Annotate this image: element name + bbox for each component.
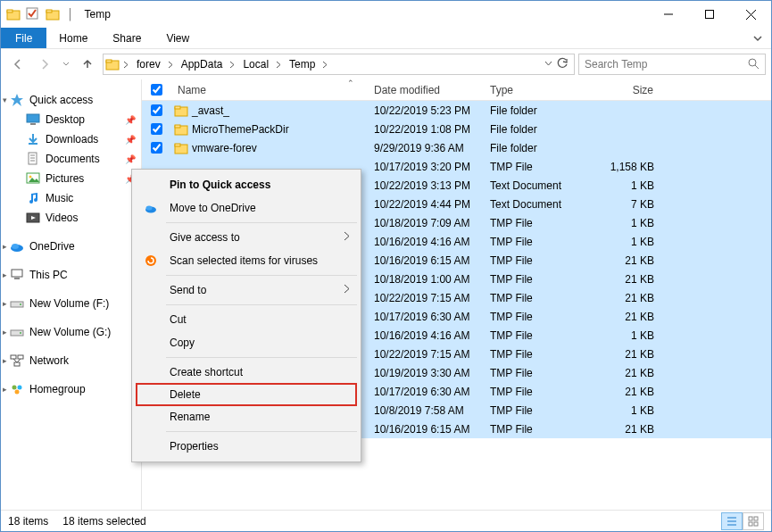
column-name[interactable]: Name: [174, 84, 374, 96]
file-size: 1 KB: [590, 217, 665, 229]
row-checkbox[interactable]: [151, 104, 174, 116]
menu-item-rename[interactable]: Rename: [134, 405, 359, 428]
home-tab[interactable]: Home: [46, 28, 100, 48]
downloads-icon: [26, 132, 40, 146]
nav-item-label: Music: [46, 192, 73, 204]
minimize-button[interactable]: [648, 1, 689, 28]
chevron-right-icon[interactable]: [274, 58, 284, 71]
menu-item-move-to-onedrive[interactable]: Move to OneDrive: [134, 196, 359, 220]
address-bar[interactable]: forev AppData Local Temp: [103, 54, 575, 75]
file-date: 10/22/2019 7:15 AM: [374, 292, 490, 304]
svg-point-22: [29, 176, 32, 179]
nav-item-label: Homegroup: [29, 383, 86, 395]
search-placeholder: Search Temp: [585, 58, 747, 71]
file-row[interactable]: MicroThemePackDir10/22/2019 1:08 PMFile …: [142, 120, 771, 138]
menu-separator: [166, 357, 357, 358]
file-row[interactable]: _avast_10/22/2019 5:23 PMFile folder: [142, 101, 771, 120]
nav-item-homegroup[interactable]: ▸Homegroup: [1, 379, 141, 399]
share-tab[interactable]: Share: [100, 28, 154, 48]
qat-dropdown-icon[interactable]: │: [67, 8, 74, 21]
nav-item-pictures[interactable]: Pictures📌: [1, 169, 141, 188]
svg-rect-14: [27, 114, 39, 122]
file-row[interactable]: vmware-forev9/29/2019 9:36 AMFile folder: [142, 138, 771, 157]
column-date[interactable]: Date modified: [374, 84, 490, 96]
column-size[interactable]: Size: [590, 84, 665, 96]
svg-rect-58: [754, 522, 758, 526]
nav-item-music[interactable]: Music: [1, 188, 141, 208]
select-all-checkbox[interactable]: [151, 84, 174, 96]
navigation-pane: ▾ Quick access Desktop📌Downloads📌Documen…: [1, 79, 142, 510]
svg-marker-13: [11, 94, 23, 106]
chevron-right-icon[interactable]: ▸: [3, 385, 7, 394]
nav-item-desktop[interactable]: Desktop📌: [1, 110, 141, 129]
view-tab[interactable]: View: [154, 28, 202, 48]
chevron-right-icon[interactable]: [121, 58, 131, 71]
pin-icon: 📌: [125, 115, 136, 125]
ribbon-tabs: File Home Share View: [1, 28, 771, 49]
file-size: 1 KB: [590, 179, 665, 192]
search-box[interactable]: Search Temp: [578, 54, 766, 75]
menu-item-label: Give access to: [170, 231, 240, 244]
address-dropdown-icon[interactable]: [544, 58, 552, 71]
up-button[interactable]: [76, 53, 99, 76]
nav-item-videos[interactable]: Videos: [1, 208, 141, 228]
nav-item-label: Documents: [46, 153, 100, 165]
chevron-right-icon[interactable]: ▸: [3, 270, 7, 279]
homegroup-icon: [10, 382, 24, 396]
menu-item-scan-selected-items-for-viruses[interactable]: Scan selected items for viruses: [134, 249, 359, 272]
chevron-right-icon[interactable]: [166, 58, 176, 71]
nav-item-label: Videos: [46, 212, 78, 224]
breadcrumb-segment[interactable]: Local: [239, 58, 272, 71]
menu-item-pin-to-quick-access[interactable]: Pin to Quick access: [134, 173, 359, 196]
nav-item-this-pc[interactable]: ▸This PC: [1, 265, 141, 285]
menu-item-cut[interactable]: Cut: [134, 308, 359, 331]
menu-item-create-shortcut[interactable]: Create shortcut: [134, 361, 359, 384]
menu-item-copy[interactable]: Copy: [134, 331, 359, 354]
chevron-right-icon[interactable]: ▸: [3, 356, 7, 365]
details-view-button[interactable]: [721, 512, 743, 530]
svg-rect-28: [14, 278, 20, 279]
menu-separator: [166, 431, 357, 432]
row-checkbox[interactable]: [151, 123, 174, 135]
folder-open-icon[interactable]: [46, 7, 60, 21]
file-date: 10/16/2019 4:16 AM: [374, 329, 490, 342]
menu-item-send-to[interactable]: Send to: [134, 278, 359, 302]
back-button[interactable]: [6, 53, 29, 76]
close-button[interactable]: [730, 1, 771, 28]
nav-item-new-volume-g-[interactable]: ▸New Volume (G:): [1, 322, 141, 342]
ribbon-expand-icon[interactable]: [744, 28, 771, 48]
chevron-right-icon[interactable]: ▸: [3, 242, 7, 251]
chevron-right-icon[interactable]: ▸: [3, 328, 7, 337]
maximize-button[interactable]: [689, 1, 730, 28]
properties-check-icon[interactable]: [26, 7, 40, 21]
nav-item-network[interactable]: ▸Network: [1, 351, 141, 370]
nav-item-onedrive[interactable]: ▸OneDrive: [1, 237, 141, 256]
chevron-right-icon[interactable]: [320, 58, 330, 71]
nav-item-new-volume-f-[interactable]: ▸New Volume (F:): [1, 294, 141, 313]
svg-point-39: [18, 386, 22, 390]
menu-item-give-access-to[interactable]: Give access to: [134, 226, 359, 249]
file-size: 1 KB: [590, 329, 665, 342]
quick-access-group[interactable]: ▾ Quick access: [1, 90, 141, 110]
menu-item-delete[interactable]: Delete: [136, 383, 357, 406]
chevron-right-icon[interactable]: ▸: [3, 299, 7, 308]
chevron-down-icon[interactable]: ▾: [3, 96, 7, 104]
recent-locations-button[interactable]: [60, 53, 72, 76]
breadcrumb-segment[interactable]: Temp: [286, 58, 319, 71]
file-size: 21 KB: [590, 348, 665, 361]
breadcrumb-segment[interactable]: forev: [133, 58, 164, 71]
file-tab[interactable]: File: [1, 28, 46, 48]
large-icons-view-button[interactable]: [743, 512, 764, 530]
forward-button[interactable]: [33, 53, 56, 76]
menu-item-properties[interactable]: Properties: [134, 435, 359, 458]
column-type[interactable]: Type: [490, 84, 590, 96]
chevron-right-icon[interactable]: [228, 58, 237, 71]
nav-item-documents[interactable]: Documents📌: [1, 149, 141, 169]
search-icon[interactable]: [747, 57, 760, 72]
refresh-button[interactable]: [556, 57, 569, 72]
file-size: 1 KB: [590, 404, 665, 417]
row-checkbox[interactable]: [151, 142, 174, 154]
nav-item-downloads[interactable]: Downloads📌: [1, 129, 141, 149]
breadcrumb-segment[interactable]: AppData: [178, 58, 227, 71]
nav-item-label: New Volume (G:): [29, 326, 111, 338]
